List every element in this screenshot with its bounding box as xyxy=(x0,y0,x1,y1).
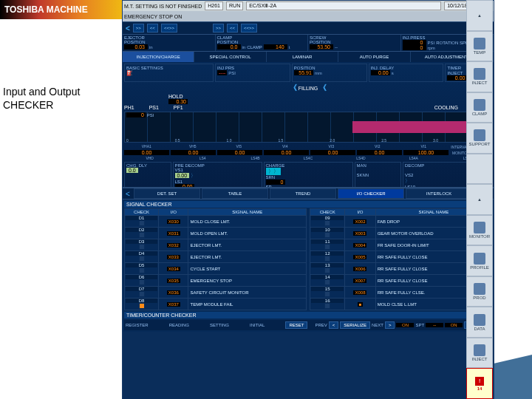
main-tabs: INJECTION/CHARGE SPECIAL CONTROL LAMINAR… xyxy=(123,52,494,62)
inject-timer[interactable]: 0.00 xyxy=(447,75,466,81)
rsb-clamp[interactable]: CLAMP xyxy=(466,92,493,123)
hold-val[interactable]: 0.30 xyxy=(168,99,188,104)
process-panel: BASIC SETTINGS⛽ INJ PRS----PSI POSITION5… xyxy=(123,62,494,188)
io-row[interactable]: D3X032EJECTOR LMT. xyxy=(125,239,307,251)
database-icon xyxy=(474,314,485,326)
tc-row: REGISTER READING SETTING INITIAL RESET P… xyxy=(124,320,492,330)
inj-press: 0 xyxy=(403,40,426,45)
slide-caption: Input and OutputCHECKER xyxy=(3,85,80,112)
chevron-down-icon: ▲ xyxy=(477,197,482,202)
tab-injection[interactable]: INJECTION/CHARGE xyxy=(123,52,194,62)
io-row[interactable]: D7X036SAFETY CIRCUIT MONITOR xyxy=(125,287,307,299)
rsb-monitor[interactable]: MONITOR xyxy=(466,215,493,246)
rsb-down[interactable]: ▲ xyxy=(466,184,493,215)
nav-b1[interactable]: >> xyxy=(133,24,144,33)
io-title: SIGNAL CHECKER xyxy=(124,201,492,208)
status-hsel[interactable]: H261 xyxy=(205,1,223,10)
tc-next-button[interactable]: > xyxy=(385,321,395,329)
subtab-iochecker[interactable]: I/O CHECKER xyxy=(338,188,404,199)
rsb-prod[interactable]: PROD xyxy=(466,276,493,307)
rsb-inject[interactable]: INJECT xyxy=(466,61,493,92)
nav-b5[interactable]: << xyxy=(227,24,238,33)
nav-b4[interactable]: >> xyxy=(213,24,224,33)
tc-prev-button[interactable]: < xyxy=(329,321,339,329)
io-table-right: CHECKI/OSIGNAL NAME 09X002FAB DROP10X003… xyxy=(310,208,492,310)
io-table-left: CHECKI/OSIGNAL NAME D1X030MOLD CLOSE LMT… xyxy=(124,208,307,310)
led-icon xyxy=(139,232,145,238)
subtab-detset[interactable]: DET. SET xyxy=(134,188,200,199)
subtab-interlock[interactable]: INTERLOCK xyxy=(406,188,472,199)
led-icon xyxy=(324,279,330,285)
syringe-icon xyxy=(474,344,485,356)
clamp-icon xyxy=(474,99,485,111)
nav-b3[interactable]: <<>> xyxy=(161,24,177,33)
rsb-data[interactable]: DATA xyxy=(466,307,493,338)
rsb-inject2[interactable]: INJECT xyxy=(466,338,493,369)
monitor-icon xyxy=(474,222,485,233)
tab-special[interactable]: SPECIAL CONTROL xyxy=(194,52,266,62)
prod-icon xyxy=(474,283,485,295)
io-row[interactable]: D6X035EMERGENCY STOP xyxy=(125,275,307,287)
right-sidebar: ▲ TEMP INJECT CLAMP SUPPORT ▲ MONITOR PR… xyxy=(466,0,493,399)
tab-laminar[interactable]: LAMINAR xyxy=(267,52,338,62)
io-row[interactable]: 13X006RR SAFE FULLY CLOSE xyxy=(310,263,492,275)
nav-prev[interactable]: < xyxy=(126,24,130,33)
status-bar-2: EMERGENCY STOP ON V70 xyxy=(123,11,494,21)
io-row[interactable]: D5X034CYCLE START xyxy=(125,263,307,275)
led-icon xyxy=(139,303,145,309)
led-icon xyxy=(324,267,330,273)
io-row[interactable]: D2X031MOLD OPEN LMT. xyxy=(125,228,307,239)
inj-delay-val[interactable]: 0.00 xyxy=(371,70,390,75)
led-icon xyxy=(324,244,330,250)
tc-on2[interactable]: ON xyxy=(445,323,463,327)
nav-b2[interactable]: << xyxy=(147,24,158,33)
rsb-alarm[interactable]: !14 xyxy=(466,368,493,399)
tc-title: TIMER/COUNTER CHECKER xyxy=(124,312,492,318)
subtab-prev[interactable]: < xyxy=(123,190,133,198)
tc-on[interactable]: ON xyxy=(396,323,414,327)
io-row[interactable]: D1X030MOLD CLOSE LMT. xyxy=(125,216,307,228)
tc-reset-button[interactable]: RESET xyxy=(285,321,307,329)
io-row[interactable]: D4X033EJECTOR LMT. xyxy=(125,251,307,263)
status-bar: M.T. SETTING IS NOT FINISHED H261 RUN EC… xyxy=(123,1,494,11)
io-row[interactable]: 16■MOLD CLSE L.LMT xyxy=(310,299,492,310)
pos-val: 55.91 xyxy=(294,70,313,75)
rsb-profile[interactable]: PROFILE xyxy=(466,245,493,276)
tc-serialize-button[interactable]: SERIALIZE xyxy=(340,321,370,329)
io-checker-panel: SIGNAL CHECKER CHECKI/OSIGNAL NAME D1X03… xyxy=(123,200,494,332)
subtab-trend[interactable]: TREND xyxy=(270,188,336,199)
clamp-ton: 140 xyxy=(264,44,287,50)
io-row[interactable]: 12X005RR SAFE FULLY CLOSE xyxy=(310,251,492,263)
io-row[interactable]: 09X002FAB DROP xyxy=(310,216,492,228)
arrow-left-icon: 《 xyxy=(290,83,297,92)
nav-b6[interactable]: <<>> xyxy=(241,24,257,33)
led-icon xyxy=(324,303,330,309)
thermometer-icon xyxy=(474,38,485,50)
status-mode: RUN xyxy=(226,1,243,10)
pressure-chart: 0 PSI 00.51.01.52.02.53.03.5 xyxy=(124,112,492,143)
tc-spt[interactable]: -- xyxy=(426,323,443,327)
rsb-temp[interactable]: TEMP xyxy=(466,31,493,62)
clamp-pos: 0.0 xyxy=(217,44,241,50)
led-icon xyxy=(139,291,145,297)
screw-pos: 53.50 xyxy=(310,44,333,50)
tab-autopurge[interactable]: AUTO PURGE xyxy=(338,52,410,62)
status-sub: EMERGENCY STOP ON xyxy=(124,14,182,19)
io-row[interactable]: 15X008RR SAFE FULLY CLSE. xyxy=(310,287,492,299)
profile-icon xyxy=(474,253,485,265)
chg-dly[interactable]: 0.0 xyxy=(126,168,138,173)
warning-icon: ! xyxy=(475,377,484,386)
io-row[interactable]: 10X003GEAR MOTOR OVERLOAD xyxy=(310,228,492,239)
led-icon xyxy=(324,220,330,226)
led-icon xyxy=(324,256,330,262)
subtab-table[interactable]: TABLE xyxy=(202,188,268,199)
led-icon xyxy=(324,232,330,238)
led-icon xyxy=(139,256,145,262)
oil-icon: ⛽ xyxy=(126,70,133,75)
led-icon xyxy=(139,220,145,226)
rsb-support[interactable]: SUPPORT xyxy=(466,123,493,154)
io-row[interactable]: D8X037TEMP MODULE FAIL xyxy=(125,299,307,310)
rsb-up[interactable]: ▲ xyxy=(466,0,493,31)
io-row[interactable]: 11X004FR SAFE DOOR-IN LIMIT xyxy=(310,239,492,251)
io-row[interactable]: 14X007RR SAFE FULLY CLOSE xyxy=(310,275,492,287)
